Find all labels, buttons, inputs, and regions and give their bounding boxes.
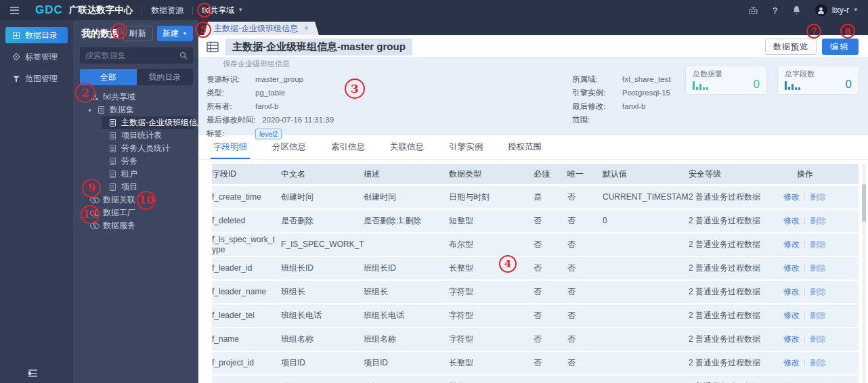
cell-data-type: 字符型: [449, 287, 534, 297]
sidebar-item[interactable]: 范围管理: [5, 70, 68, 87]
detail-tab[interactable]: 字段明细: [213, 135, 247, 159]
tree-item-icon: [108, 170, 117, 179]
tree-item[interactable]: ▾ 项目: [73, 181, 198, 194]
edit-link[interactable]: 修改: [783, 216, 800, 226]
detail-tab[interactable]: 引擎实例: [449, 135, 483, 159]
tree-item[interactable]: ▾ 劳务人员统计: [73, 142, 198, 155]
sidebar-item-label: 数据目录: [25, 30, 58, 41]
metadata-label: 所属域:: [572, 72, 615, 86]
edit-link[interactable]: 修改: [783, 192, 800, 202]
delete-link[interactable]: 删除: [810, 311, 826, 321]
table-header-cell: 默认值: [603, 168, 689, 180]
tree-item[interactable]: ▾ 数据工厂: [73, 206, 198, 219]
cell-security-level: 2 普通业务过程数据: [689, 216, 783, 226]
search-input[interactable]: [85, 51, 175, 60]
data-preview-button[interactable]: 数据预览: [765, 39, 817, 55]
delete-link[interactable]: 删除: [810, 358, 826, 368]
scrollbar-thumb[interactable]: [862, 184, 866, 222]
caret-down-icon[interactable]: ▾: [87, 107, 93, 114]
stat-card-label: 总字段数: [785, 69, 852, 79]
delete-link[interactable]: 删除: [810, 287, 826, 297]
delete-link[interactable]: 删除: [810, 240, 826, 250]
edit-link[interactable]: 修改: [783, 263, 800, 273]
table-row: f_create_time 创建时间 创建时间 日期与时刻 是 否 CURREN…: [212, 186, 859, 208]
edit-button[interactable]: 编辑: [822, 39, 859, 55]
metadata-right-column: 所属域: fxl_share_test 引擎实例: Postgresql-15 …: [572, 72, 671, 140]
op-divider: [804, 265, 805, 272]
create-button-label: 新建: [162, 28, 179, 39]
create-button[interactable]: 新建 ▼: [157, 26, 193, 41]
tree-item-icon: [108, 144, 117, 153]
tree-item[interactable]: ▾ 项目统计表: [73, 129, 198, 142]
edit-link[interactable]: 修改: [783, 311, 800, 321]
edit-link[interactable]: 修改: [783, 287, 800, 297]
menu-icon[interactable]: [10, 7, 19, 14]
cell-field-id: f_project_id: [212, 358, 281, 368]
cell-operations: 修改 删除: [783, 240, 859, 250]
op-divider: [804, 241, 805, 248]
table-body: f_create_time 创建时间 创建时间 日期与时刻 是 否 CURREN…: [212, 186, 859, 383]
table-header-cell: 中文名: [281, 168, 364, 180]
op-divider: [804, 217, 805, 225]
detail-tab[interactable]: 关联信息: [390, 135, 424, 159]
tree-item[interactable]: ▾ fxl共享域: [73, 91, 198, 104]
tree-item-icon: [108, 157, 117, 166]
domain-selector[interactable]: fxl共享域 ▼: [202, 5, 243, 16]
menu-data-resource[interactable]: 数据资源: [151, 5, 183, 16]
tree-item-icon: [97, 106, 106, 114]
main-area: 主数据-企业级班组信息 × 主数据-企业级班组信息-master group 数…: [198, 20, 868, 383]
close-tab-icon[interactable]: ×: [304, 24, 309, 33]
cell-unique: 否: [567, 216, 603, 226]
delete-link[interactable]: 删除: [810, 192, 826, 202]
tree-item[interactable]: ▾ 劳务: [73, 155, 198, 168]
edit-link[interactable]: 修改: [783, 358, 800, 368]
cell-description: 班组长电话: [364, 311, 449, 321]
cell-unique: 否: [567, 334, 603, 344]
delete-link[interactable]: 删除: [810, 263, 826, 273]
document-tab[interactable]: 主数据-企业级班组信息 ×: [204, 22, 319, 35]
edit-link[interactable]: 修改: [783, 240, 800, 250]
collapse-sidebar-icon[interactable]: [28, 369, 37, 377]
robot-icon[interactable]: [748, 6, 758, 15]
sidebar-item[interactable]: 标签管理: [5, 49, 68, 65]
filter-tab[interactable]: 全部: [80, 69, 137, 85]
help-icon[interactable]: ?: [773, 5, 778, 16]
cell-data-type: 字符型: [449, 311, 534, 321]
tree-item[interactable]: ▾ 主数据-企业级班组信息: [102, 116, 194, 129]
table-icon: [207, 41, 219, 53]
cell-field-id: f_leader_name: [212, 287, 281, 297]
tree-item-label: 数据服务: [103, 220, 135, 231]
tree-item-label: 租户: [121, 168, 137, 180]
cell-data-type: 长整型: [449, 263, 534, 273]
detail-tab[interactable]: 索引信息: [331, 135, 365, 159]
my-data-panel: 我的数据 刷新 新建 ▼ 全部 我的目录: [73, 20, 198, 383]
user-menu[interactable]: lixy-r ▼: [815, 4, 859, 16]
refresh-button[interactable]: 刷新: [123, 26, 153, 41]
cell-default-value: CURRENT_TIMESTAMP: [603, 192, 689, 202]
cell-security-level: 2 普通业务过程数据: [689, 192, 783, 202]
filter-tab[interactable]: 我的目录: [137, 69, 194, 85]
cell-description: 班组长: [364, 287, 449, 297]
cell-operations: 修改 删除: [783, 216, 859, 226]
cell-field-id: f_name: [212, 334, 281, 344]
tree-item[interactable]: ▾ 租户: [73, 168, 198, 181]
edit-link[interactable]: 修改: [783, 334, 800, 344]
search-icon[interactable]: [179, 51, 188, 60]
tree-item[interactable]: ▾ 数据服务: [73, 219, 198, 232]
bell-icon[interactable]: [792, 5, 801, 15]
table-row: f_is_spec_work_type F_IS_SPEC_WORK_TYPE …: [212, 233, 859, 256]
stat-card-body: 0: [785, 79, 852, 90]
user-name: lixy-r: [832, 5, 849, 15]
cell-field-id: f_leader_id: [212, 263, 281, 273]
detail-tab[interactable]: 分区信息: [272, 135, 306, 159]
delete-link[interactable]: 删除: [810, 216, 826, 226]
detail-tab[interactable]: 授权范围: [508, 135, 542, 159]
tree-item-label: fxl共享域: [103, 91, 135, 103]
divider: [142, 6, 142, 15]
tree-item[interactable]: ▾ 数据关联: [73, 194, 198, 206]
avatar: [815, 4, 827, 16]
tree-item[interactable]: ▾ 数据集: [73, 104, 198, 116]
cell-name: 班组名称: [281, 334, 364, 344]
sidebar-item[interactable]: 数据目录: [5, 27, 68, 43]
delete-link[interactable]: 删除: [810, 334, 826, 344]
